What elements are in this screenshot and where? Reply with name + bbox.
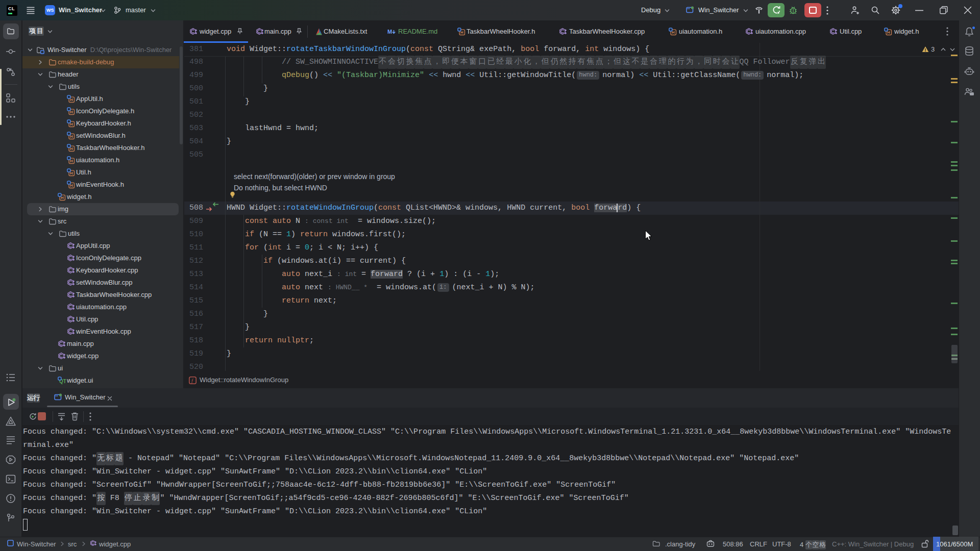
svg-text:f: f [191,378,193,384]
svg-text:M: M [387,29,392,35]
